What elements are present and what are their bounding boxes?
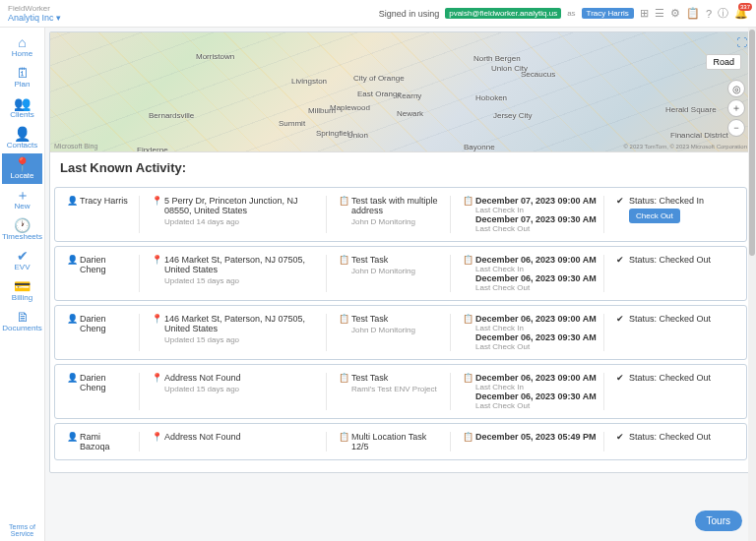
map-locate-icon[interactable]: ◎	[727, 80, 745, 97]
row-name: Darien Cheng	[80, 373, 133, 392]
person-icon: 👤	[67, 196, 77, 206]
sidebar-label: Locate	[10, 171, 33, 180]
map-city-label: North Bergen	[473, 54, 521, 63]
map-city-label: Livingston	[291, 77, 327, 86]
org-dropdown[interactable]: Analytiq Inc ▾	[8, 13, 61, 23]
row-time: 📋December 06, 2023 09:00 AMLast Check In…	[457, 255, 604, 292]
activity-row: 👤Darien Cheng📍146 Market St, Paterson, N…	[54, 246, 747, 301]
sidebar-item-clients[interactable]: 👥Clients	[2, 92, 42, 123]
map-expand-icon[interactable]: ⛶	[736, 36, 747, 48]
activity-row: 👤Tracy Harris📍5 Perry Dr, Princeton Junc…	[54, 187, 747, 242]
row-task: Test task with multiple address	[351, 196, 444, 215]
clipboard-icon: 📋	[463, 432, 472, 442]
map-city-label: Herald Square	[665, 105, 717, 114]
map-zoom-out[interactable]: －	[727, 119, 745, 137]
task-icon: 📋	[339, 196, 348, 206]
home-icon: ⌂	[18, 35, 26, 49]
clipboard-icon: 📋	[463, 314, 472, 324]
sidebar-item-timesheets[interactable]: 🕐Timesheets	[2, 214, 42, 245]
task-icon: 📋	[339, 314, 348, 324]
documents-icon: 🗎	[16, 310, 30, 324]
check-out-button[interactable]: Check Out	[629, 209, 680, 223]
check-icon: ✔	[616, 314, 626, 324]
map-city-label: Kearny	[397, 91, 421, 100]
evv-icon: ✔	[17, 249, 29, 263]
map-city-label: Summit	[279, 119, 305, 128]
activity-row: 👤Darien Cheng📍146 Market St, Paterson, N…	[54, 305, 747, 360]
clipboard-icon: 📋	[463, 373, 472, 383]
row-address: 146 Market St, Paterson, NJ 07505, Unite…	[164, 314, 320, 333]
bell-icon[interactable]: 🔔337	[734, 7, 748, 20]
map-city-label: Bayonne	[464, 143, 495, 151]
topbar: FieldWorker Analytiq Inc ▾ Signed in usi…	[0, 0, 756, 28]
check-icon: ✔	[616, 196, 626, 206]
pin-icon: 📍	[152, 432, 161, 442]
pin-icon: 📍	[152, 314, 161, 324]
task-icon: 📋	[339, 373, 348, 383]
row-name: Rami Bazoqa	[80, 432, 133, 451]
brand: FieldWorker	[8, 5, 61, 13]
list-icon[interactable]: ☰	[655, 7, 664, 20]
map[interactable]: ⛶ Road ◎ ＋ － MorristownLivingstonCity of…	[50, 32, 751, 152]
signed-in-email: pvaish@fieldworker.analytiq.us	[445, 8, 561, 19]
billing-icon: 💳	[14, 279, 31, 293]
help-icon[interactable]: ?	[706, 8, 712, 20]
row-status: ✔Status: Checked Out	[610, 432, 740, 451]
gear-icon[interactable]: ⚙	[670, 7, 680, 20]
current-user[interactable]: Tracy Harris	[582, 8, 634, 19]
map-city-label: Secaucus	[521, 70, 555, 79]
map-city-label: Hoboken	[475, 93, 507, 102]
sidebar-label: Timesheets	[2, 232, 42, 241]
sidebar-label: EVV	[14, 263, 30, 271]
info-icon[interactable]: ⓘ	[718, 6, 728, 21]
sidebar-item-new[interactable]: ＋New	[2, 184, 42, 214]
as-label: as	[567, 9, 575, 18]
sidebar-label: Documents	[2, 324, 41, 332]
locate-icon: 📍	[14, 157, 31, 171]
clipboard-icon[interactable]: 📋	[686, 7, 700, 20]
contacts-icon: 👤	[14, 127, 31, 141]
sidebar-item-documents[interactable]: 🗎Documents	[2, 306, 42, 336]
sidebar-item-billing[interactable]: 💳Billing	[2, 275, 42, 306]
row-task: Test Task	[351, 255, 388, 265]
map-city-label: Morristown	[196, 52, 234, 61]
map-city-label: City of Orange	[353, 74, 405, 83]
row-name: Darien Cheng	[80, 255, 133, 274]
sidebar-item-locate[interactable]: 📍Locate	[2, 153, 42, 184]
timesheets-icon: 🕐	[14, 218, 31, 232]
row-address: 146 Market St, Paterson, NJ 07505, Unite…	[164, 255, 320, 274]
row-address: Address Not Found	[164, 432, 241, 442]
row-time: 📋December 06, 2023 09:00 AMLast Check In…	[457, 314, 604, 351]
sidebar-item-plan[interactable]: 🗓Plan	[2, 62, 42, 92]
scrollbar[interactable]	[748, 28, 756, 541]
clipboard-icon: 📋	[463, 255, 472, 265]
map-road-button[interactable]: Road	[706, 54, 741, 70]
scrollbar-thumb[interactable]	[749, 30, 755, 256]
row-task: Test Task	[351, 314, 388, 324]
sidebar-item-home[interactable]: ⌂Home	[2, 31, 42, 62]
brand-block: FieldWorker Analytiq Inc ▾	[8, 5, 61, 23]
activity-row: 👤Darien Cheng📍Address Not FoundUpdated 1…	[54, 364, 747, 419]
row-status: ✔Status: Checked InCheck Out	[610, 196, 740, 233]
main-content: ⛶ Road ◎ ＋ － MorristownLivingstonCity of…	[45, 28, 756, 541]
row-status: ✔Status: Checked Out	[610, 255, 740, 292]
pin-icon: 📍	[152, 196, 161, 206]
grid-icon[interactable]: ⊞	[640, 7, 649, 20]
new-icon: ＋	[16, 188, 30, 202]
person-icon: 👤	[67, 432, 77, 442]
map-city-label: Newark	[397, 109, 423, 118]
map-city-label: Bernardsville	[149, 111, 194, 120]
terms-link[interactable]: Terms of Service	[0, 519, 44, 541]
sidebar-item-contacts[interactable]: 👤Contacts	[2, 123, 42, 153]
check-icon: ✔	[616, 432, 626, 442]
activity-row: 👤Rami Bazoqa📍Address Not Found📋Multi Loc…	[54, 423, 747, 460]
sidebar-item-evv[interactable]: ✔EVV	[2, 245, 42, 275]
map-attribution: © 2023 TomTom, © 2023 Microsoft Corporat…	[624, 144, 747, 150]
sidebar-label: Plan	[14, 80, 30, 89]
activity-list: 👤Tracy Harris📍5 Perry Dr, Princeton Junc…	[50, 187, 751, 472]
map-zoom-in[interactable]: ＋	[727, 99, 745, 117]
person-icon: 👤	[67, 255, 77, 265]
pin-icon: 📍	[152, 373, 161, 383]
map-city-label: Millburn	[308, 106, 336, 115]
tours-button[interactable]: Tours	[695, 511, 742, 531]
